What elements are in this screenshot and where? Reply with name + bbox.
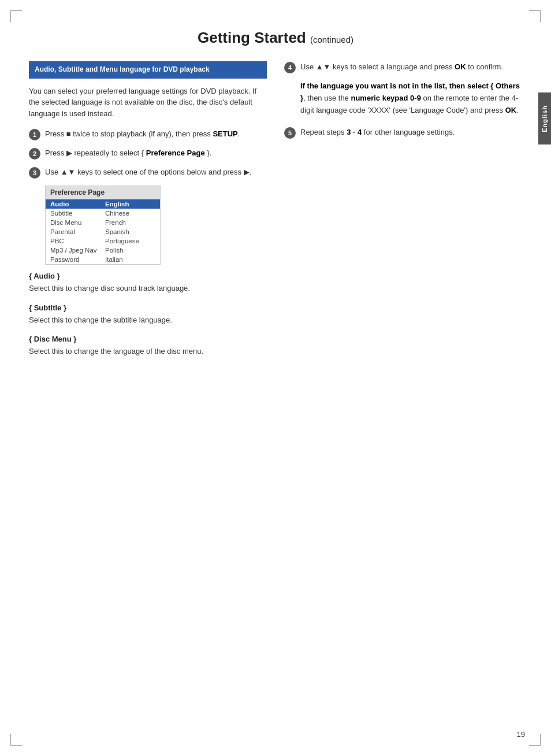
step-2: 2 Press ▶ repeatedly to select { Prefere… <box>29 147 267 160</box>
sub-section-text: Select this to change disc sound track l… <box>29 283 267 294</box>
step-1-text: Press ■ twice to stop playback (if any),… <box>45 128 240 140</box>
step-1-number: 1 <box>29 129 40 140</box>
sub-section-title: { Subtitle } <box>29 303 267 312</box>
page-title: Getting Started (continued) <box>198 29 353 46</box>
pref-left: Password <box>50 256 105 263</box>
page-number: 19 <box>517 730 525 739</box>
intro-text: You can select your preferred language s… <box>29 86 267 120</box>
pref-table-row: Mp3 / Jpeg NavPolish <box>46 246 160 255</box>
step-3: 3 Use ▲▼ keys to select one of the optio… <box>29 166 267 179</box>
step-2-text: Press ▶ repeatedly to select { Preferenc… <box>45 147 211 159</box>
preference-table: Preference Page AudioEnglishSubtitleChin… <box>45 186 161 265</box>
sub-section-text: Select this to change the language of th… <box>29 346 267 357</box>
step-4-number: 4 <box>284 62 296 73</box>
step-3-text: Use ▲▼ keys to select one of the options… <box>45 166 251 178</box>
sub-section: { Audio }Select this to change disc soun… <box>29 272 267 294</box>
pref-left: Disc Menu <box>50 219 105 226</box>
corner-mark-tl <box>10 10 22 22</box>
sub-section-text: Select this to change the subtitle langu… <box>29 314 267 326</box>
pref-right: Polish <box>105 247 123 254</box>
step-5: 5 Repeat steps 3 - 4 for other language … <box>284 127 522 139</box>
step-4: 4 Use ▲▼ keys to select a language and p… <box>284 61 522 73</box>
pref-table-row: PBCPortuguese <box>46 236 160 246</box>
pref-right: Portuguese <box>105 238 139 244</box>
pref-table-row: AudioEnglish <box>46 199 160 209</box>
step-4-text: Use ▲▼ keys to select a language and pre… <box>300 61 503 73</box>
pref-table-row: Disc MenuFrench <box>46 218 160 227</box>
pref-right: Italian <box>105 256 123 263</box>
pref-left: Subtitle <box>50 210 105 217</box>
step-1: 1 Press ■ twice to stop playback (if any… <box>29 128 267 140</box>
section-box: Audio, Subtitle and Menu language for DV… <box>29 61 267 79</box>
corner-mark-tr <box>529 10 541 22</box>
corner-mark-bl <box>10 734 22 746</box>
right-column: 4 Use ▲▼ keys to select a language and p… <box>284 61 522 366</box>
corner-mark-br <box>529 734 541 746</box>
pref-left: Audio <box>50 201 105 207</box>
pref-left: Parental <box>50 228 105 235</box>
pref-table-row: PasswordItalian <box>46 255 160 264</box>
pref-table-row: ParentalSpanish <box>46 227 160 236</box>
sub-section-title: { Audio } <box>29 272 267 280</box>
side-tab-label: English <box>541 105 548 132</box>
step-5-text: Repeat steps 3 - 4 for other language se… <box>300 127 455 138</box>
pref-right: French <box>105 219 126 226</box>
pref-right: Chinese <box>105 210 129 217</box>
sub-section: { Disc Menu }Select this to change the l… <box>29 335 267 357</box>
pref-left: Mp3 / Jpeg Nav <box>50 247 105 254</box>
pref-right: Spanish <box>105 228 129 235</box>
pref-left: PBC <box>50 238 105 244</box>
pref-table-rows: AudioEnglishSubtitleChineseDisc MenuFren… <box>46 199 160 264</box>
step-2-number: 2 <box>29 148 40 160</box>
left-column: Audio, Subtitle and Menu language for DV… <box>29 61 267 366</box>
warning-text: If the language you want is not in the l… <box>300 80 522 116</box>
page-header: Getting Started (continued) <box>29 23 522 47</box>
pref-right: English <box>105 201 129 207</box>
sub-section: { Subtitle }Select this to change the su… <box>29 303 267 326</box>
step-3-number: 3 <box>29 167 40 179</box>
main-content: Audio, Subtitle and Menu language for DV… <box>29 61 522 366</box>
sub-sections: { Audio }Select this to change disc soun… <box>29 272 267 357</box>
sub-section-title: { Disc Menu } <box>29 335 267 343</box>
step-5-number: 5 <box>284 127 296 139</box>
language-side-tab: English <box>538 92 551 144</box>
pref-table-row: SubtitleChinese <box>46 209 160 218</box>
pref-table-header: Preference Page <box>46 186 160 199</box>
